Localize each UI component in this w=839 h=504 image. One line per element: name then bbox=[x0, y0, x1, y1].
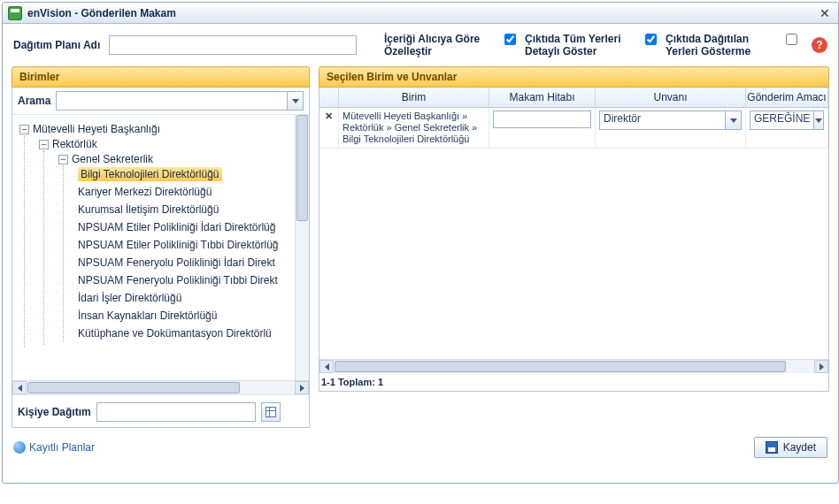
search-combo[interactable] bbox=[56, 91, 304, 111]
unit-tree[interactable]: −Mütevelli Heyeti Başkanlığı −Rektörlük … bbox=[12, 115, 295, 380]
amac-value: GEREĞİNE bbox=[750, 111, 813, 129]
table-row: ✕ Mütevelli Heyeti Başkanlığı » Rektörlü… bbox=[319, 108, 828, 149]
tree-leaf[interactable]: NPSUAM Feneryolu Polikliniği Tıbbi Direk… bbox=[78, 271, 293, 289]
person-distribution-label: Kişiye Dağıtım bbox=[18, 406, 91, 418]
bottom-bar: Kayıtlı Planlar Kaydet bbox=[3, 431, 838, 467]
tree-horizontal-scrollbar[interactable] bbox=[12, 380, 309, 394]
chevron-left-icon bbox=[325, 363, 329, 370]
plan-name-input[interactable] bbox=[109, 35, 357, 55]
scroll-left-button[interactable] bbox=[12, 381, 27, 394]
app-icon bbox=[8, 6, 22, 20]
option-detail: Çıktıda Tüm Yerleri Detaylı Göster bbox=[525, 33, 657, 57]
tree-leaf[interactable]: Bilgi Teknolojileri Direktörlüğü bbox=[78, 165, 293, 183]
tree-leaf[interactable]: İnsan Kaynakları Direktörlüğü bbox=[78, 307, 293, 325]
chevron-down-icon bbox=[292, 99, 299, 103]
person-distribution-row: Kişiye Dağıtım bbox=[12, 394, 309, 427]
tree-leaf[interactable]: İdari İşler Direktörlüğü bbox=[78, 289, 293, 307]
tree-leaf[interactable]: Kurumsal İletişim Direktörlüğü bbox=[78, 201, 293, 218]
tree-leaf[interactable]: NPSUAM Etiler Polikliniği Tıbbi Direktör… bbox=[78, 236, 293, 254]
grid-header-delete bbox=[319, 88, 339, 107]
person-distribution-input[interactable] bbox=[96, 402, 256, 422]
cell-hitap[interactable] bbox=[489, 108, 596, 148]
grid-footer: 1-1 Toplam: 1 bbox=[319, 373, 828, 391]
tree-node[interactable]: −Rektörlük −Genel Sekreterlik Bilgi Tekn… bbox=[39, 135, 293, 347]
top-options-row: Dağıtım Planı Adı İçeriği Alıcıya Göre Ö… bbox=[3, 24, 838, 63]
option-hide: Çıktıda Dağıtılan Yerleri Gösterme bbox=[666, 33, 797, 57]
option-customize: İçeriği Alıcıya Göre Özelleştir bbox=[384, 33, 516, 57]
window: enVision - Gönderilen Makam ✕ Dağıtım Pl… bbox=[2, 2, 839, 484]
tree-vertical-scrollbar[interactable] bbox=[295, 115, 309, 380]
chevron-down-icon bbox=[815, 118, 822, 123]
delete-row-button[interactable]: ✕ bbox=[319, 108, 339, 148]
unvan-value: Direktör bbox=[600, 111, 725, 129]
scroll-right-button[interactable] bbox=[814, 360, 828, 373]
plan-name-label: Dağıtım Planı Adı bbox=[13, 39, 100, 51]
option-customize-label: İçeriği Alıcıya Göre Özelleştir bbox=[384, 33, 499, 57]
unvan-combo[interactable]: Direktör bbox=[599, 111, 742, 130]
save-button[interactable]: Kaydet bbox=[754, 437, 827, 458]
search-input[interactable] bbox=[57, 92, 287, 110]
tree-leaf[interactable]: Kariyer Merkezi Direktörlüğü bbox=[78, 183, 293, 201]
units-panel-header: Birimler bbox=[12, 66, 310, 88]
selected-panel-header: Seçilen Birim ve Unvanlar bbox=[319, 66, 829, 88]
chevron-left-icon bbox=[18, 385, 22, 392]
tree-leaf[interactable]: Kütüphane ve Dokümantasyon Direktörlü bbox=[78, 325, 293, 342]
search-label: Arama bbox=[18, 95, 50, 107]
option-detail-label: Çıktıda Tüm Yerleri Detaylı Göster bbox=[525, 33, 640, 57]
chevron-down-icon bbox=[730, 118, 737, 123]
grid-header-amac[interactable]: Gönderim Amacı bbox=[746, 88, 828, 107]
chevron-right-icon bbox=[300, 385, 304, 392]
window-title: enVision - Gönderilen Makam bbox=[27, 7, 817, 19]
option-hide-checkbox[interactable] bbox=[786, 34, 797, 45]
close-icon[interactable]: ✕ bbox=[817, 5, 833, 21]
grid-header: Birim Makam Hitabı Unvanı Gönderim Amacı bbox=[319, 88, 828, 108]
amac-dropdown-button[interactable] bbox=[813, 111, 823, 129]
scroll-left-button[interactable] bbox=[319, 360, 334, 373]
scrollbar-thumb[interactable] bbox=[27, 382, 240, 393]
saved-plans-label: Kayıtlı Planlar bbox=[29, 441, 95, 454]
saved-plans-link[interactable]: Kayıtlı Planlar bbox=[13, 441, 95, 454]
option-customize-checkbox[interactable] bbox=[504, 34, 516, 45]
search-dropdown-button[interactable] bbox=[287, 92, 303, 110]
save-icon bbox=[766, 441, 778, 454]
units-panel: Birimler Arama −Mütevelli Heyeti Başkanl… bbox=[12, 66, 310, 428]
hitap-input[interactable] bbox=[493, 111, 591, 128]
grid-body: ✕ Mütevelli Heyeti Başkanlığı » Rektörlü… bbox=[319, 108, 828, 359]
grid-header-birim[interactable]: Birim bbox=[339, 88, 489, 107]
collapse-icon[interactable]: − bbox=[19, 125, 29, 134]
collapse-icon[interactable]: − bbox=[39, 140, 49, 149]
collapse-icon[interactable]: − bbox=[58, 155, 68, 164]
grid-header-hitap[interactable]: Makam Hitabı bbox=[489, 88, 596, 107]
unvan-dropdown-button[interactable] bbox=[725, 111, 741, 129]
grid-horizontal-scrollbar[interactable] bbox=[319, 359, 828, 373]
save-button-label: Kaydet bbox=[783, 441, 816, 454]
tree-leaf[interactable]: NPSUAM Feneryolu Polikliniği İdari Direk… bbox=[78, 254, 293, 271]
tree-leaf[interactable]: NPSUAM Etiler Polikliniği İdari Direktör… bbox=[78, 218, 293, 236]
option-hide-label: Çıktıda Dağıtılan Yerleri Gösterme bbox=[666, 33, 781, 57]
cell-birim: Mütevelli Heyeti Başkanlığı » Rektörlük … bbox=[339, 108, 489, 148]
option-detail-checkbox[interactable] bbox=[645, 34, 657, 45]
cell-unvan: Direktör bbox=[596, 108, 746, 148]
tree-node[interactable]: −Genel Sekreterlik Bilgi Teknolojileri D… bbox=[58, 150, 293, 345]
search-row: Arama bbox=[12, 88, 309, 115]
globe-icon bbox=[13, 441, 26, 454]
scrollbar-thumb[interactable] bbox=[335, 361, 786, 372]
tree-node[interactable]: −Mütevelli Heyeti Başkanlığı −Rektörlük … bbox=[19, 120, 293, 350]
amac-combo[interactable]: GEREĞİNE bbox=[750, 111, 824, 130]
scrollbar-thumb[interactable] bbox=[296, 115, 308, 221]
scroll-right-button[interactable] bbox=[295, 381, 309, 394]
titlebar: enVision - Gönderilen Makam ✕ bbox=[3, 3, 838, 24]
person-picker-button[interactable] bbox=[261, 402, 281, 422]
grid-header-unvan[interactable]: Unvanı bbox=[596, 88, 746, 107]
grid-icon bbox=[266, 407, 276, 417]
cell-amac: GEREĞİNE bbox=[746, 108, 828, 148]
help-icon[interactable]: ? bbox=[812, 37, 827, 53]
chevron-right-icon bbox=[820, 363, 824, 370]
selected-panel: Seçilen Birim ve Unvanlar Birim Makam Hi… bbox=[319, 66, 829, 428]
